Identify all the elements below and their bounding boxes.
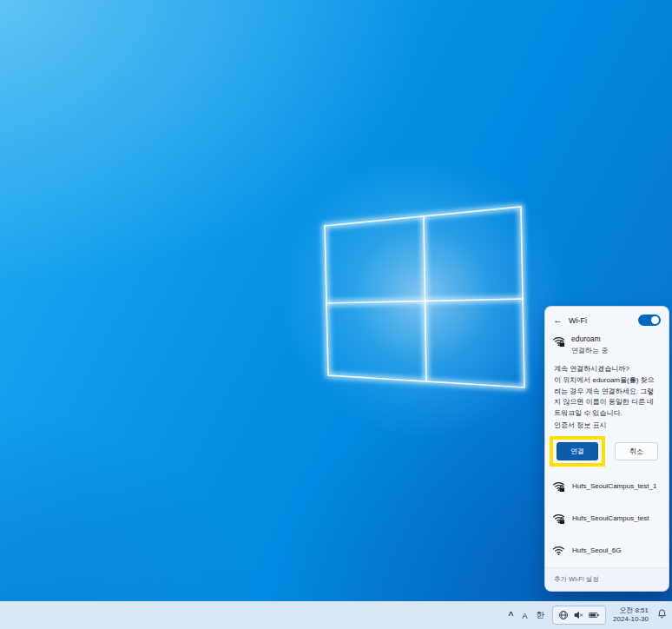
connection-status: 연결하는 중 — [571, 346, 608, 355]
network-item-eduroam[interactable]: eduroam 연결하는 중 — [545, 331, 669, 355]
ime-latin-indicator[interactable]: A — [521, 611, 528, 620]
wifi-lock-icon — [552, 334, 565, 348]
globe-network-icon — [558, 610, 569, 620]
more-wifi-settings-link[interactable]: 추가 Wi-Fi 설정 — [545, 567, 669, 591]
ssid-label: Hufs_SeoulCampus_test_1 — [572, 482, 656, 490]
ssid-label: eduroam — [571, 334, 608, 343]
clock-time: 오전 8:51 — [613, 606, 649, 615]
clock-date: 2024-10-30 — [613, 615, 649, 624]
back-icon[interactable]: ← — [553, 315, 563, 325]
wifi-toggle-knob — [651, 316, 659, 324]
ssid-label: Hufs_Seoul_6G — [572, 546, 621, 554]
battery-icon — [588, 610, 600, 620]
show-hidden-icons-chevron[interactable]: ^ — [507, 611, 514, 620]
connect-button[interactable]: 연결 — [557, 442, 598, 460]
windows-logo — [302, 181, 542, 412]
network-item[interactable]: Hufs_SeoulCampus_test_1 — [545, 470, 669, 502]
network-list: Hufs_SeoulCampus_test_1 Hufs_SeoulCampus… — [545, 470, 669, 566]
network-item[interactable]: Hufs_Seoul_6G — [545, 534, 669, 566]
taskbar-clock[interactable]: 오전 8:51 2024-10-30 — [613, 606, 649, 625]
wifi-toggle[interactable] — [638, 314, 661, 326]
certificate-info-link[interactable]: 인증서 정보 표시 — [545, 419, 669, 431]
wifi-flyout-panel: ← Wi-Fi eduroam 연결하는 중 계속 연결하시겠습니까? 이 위치… — [544, 306, 669, 592]
wifi-panel-header: ← Wi-Fi — [545, 307, 669, 331]
button-row: 연결 취소 — [550, 436, 662, 467]
wifi-panel-title: Wi-Fi — [569, 316, 587, 325]
cancel-button[interactable]: 취소 — [615, 442, 658, 460]
connect-prompt: 계속 연결하시겠습니까? 이 위치에서 eduroam을(를) 찾으려는 경우 … — [545, 355, 669, 419]
notification-bell-icon[interactable] — [656, 607, 668, 623]
quick-settings-group[interactable] — [552, 606, 606, 625]
wifi-lock-icon — [552, 480, 565, 493]
wifi-icon — [552, 544, 565, 557]
wifi-lock-icon — [552, 512, 565, 525]
network-item[interactable]: Hufs_SeoulCampus_test — [545, 502, 669, 534]
annotation-highlight-box: 연결 — [550, 436, 605, 467]
prompt-question: 계속 연결하시겠습니까? — [554, 364, 660, 374]
screen: ← Wi-Fi eduroam 연결하는 중 계속 연결하시겠습니까? 이 위치… — [0, 0, 672, 629]
ssid-label: Hufs_SeoulCampus_test — [572, 514, 649, 522]
ime-korean-indicator[interactable]: 한 — [536, 610, 546, 621]
volume-mute-icon — [573, 610, 583, 620]
prompt-body: 이 위치에서 eduroam을(를) 찾으려는 경우 계속 연결하세요. 그렇지… — [554, 375, 660, 419]
taskbar: ^ A 한 오전 8:51 2024-10-3 — [0, 601, 672, 629]
